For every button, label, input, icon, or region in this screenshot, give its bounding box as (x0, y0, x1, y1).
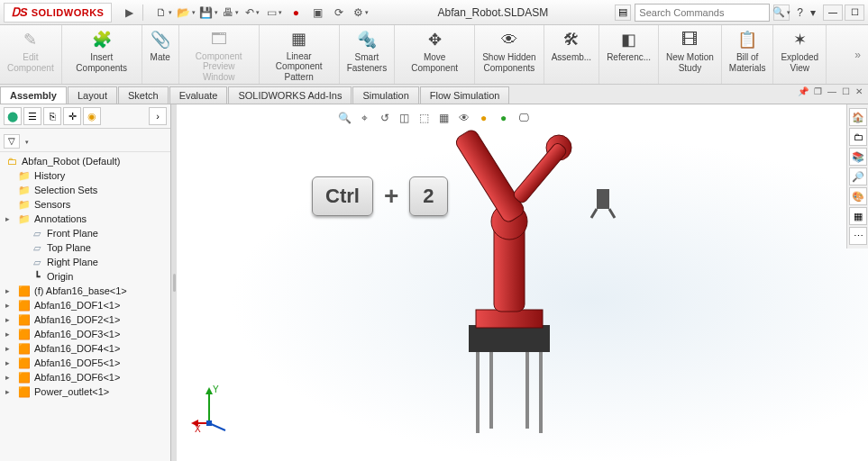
configuration-tab-icon[interactable]: ⎘ (43, 107, 61, 125)
expand-icon[interactable]: ▸ (5, 358, 14, 367)
expand-icon[interactable]: ▸ (5, 387, 14, 396)
doc-maximize-icon[interactable]: ☐ (842, 86, 850, 96)
tree-row[interactable]: 📁Selection Sets (0, 183, 170, 197)
open-file-icon[interactable]: 📂▾ (176, 4, 196, 22)
edit-appearance-icon[interactable]: ● (476, 110, 492, 126)
expand-icon[interactable]: ▸ (5, 373, 14, 382)
view-settings-icon[interactable]: 🖵 (516, 110, 532, 126)
tab-assembly[interactable]: Assembly (0, 86, 67, 104)
move-component-button[interactable]: ✥ Move Component (395, 25, 475, 84)
component-preview-button[interactable]: 🗔 Component Preview Window (179, 25, 260, 84)
edit-component-button[interactable]: ✎ Edit Component (0, 25, 62, 84)
expand-icon[interactable]: ▸ (5, 330, 14, 339)
new-motion-study-button[interactable]: 🎞 New Motion Study (659, 25, 722, 84)
section-view-icon[interactable]: ◫ (397, 110, 413, 126)
tree-row[interactable]: ▸🟧(f) Abfan16_base<1> (0, 284, 170, 298)
part-icon: 🟧 (18, 385, 31, 398)
tab-layout[interactable]: Layout (68, 86, 117, 104)
hide-show-icon[interactable]: 👁 (456, 110, 472, 126)
save-icon[interactable]: 💾▾ (198, 4, 219, 22)
expand-icon[interactable]: ▸ (5, 344, 14, 353)
expand-icon[interactable]: ▸ (5, 315, 14, 324)
taskpane-resources-icon[interactable]: 🗀 (849, 128, 867, 146)
smart-fasteners-icon: 🔩 (356, 29, 378, 50)
tree-row[interactable]: ▸📁Annotations (0, 212, 170, 226)
ribbon-overflow[interactable]: » (827, 25, 868, 84)
taskpane-custom-icon[interactable]: ⋯ (849, 227, 867, 245)
mate-button[interactable]: 📎 Mate (142, 25, 179, 84)
tree-row[interactable]: ▸🟧Abfan16_DOF4<1> (0, 341, 170, 356)
doc-close-icon[interactable]: ✕ (855, 86, 863, 96)
print-icon[interactable]: 🖶▾ (221, 4, 241, 22)
tab-sketch[interactable]: Sketch (118, 86, 169, 104)
maximize-button[interactable]: ☐ (845, 5, 864, 21)
minimize-button[interactable]: — (823, 5, 843, 21)
graphics-viewport[interactable]: Ctrl + 2 (177, 104, 868, 461)
tree-row[interactable]: ▸🟧Abfan16_DOF2<1> (0, 312, 170, 327)
tree-row[interactable]: ▱Top Plane (0, 240, 170, 255)
reference-geometry-button[interactable]: ◧ Referenc... (599, 25, 659, 84)
tree-row[interactable]: ▱Right Plane (0, 255, 170, 269)
previous-view-icon[interactable]: ↺ (377, 110, 393, 126)
exploded-view-button[interactable]: ✶ Exploded View (773, 25, 827, 84)
tab-addins[interactable]: SOLIDWORKS Add-Ins (228, 86, 352, 104)
tree-row[interactable]: 📁Sensors (0, 197, 170, 212)
taskpane-appearances-icon[interactable]: ▦ (849, 207, 867, 225)
feature-tree-tab-icon[interactable]: ⬤ (4, 107, 22, 125)
doc-pin-icon[interactable]: 📌 (798, 86, 809, 96)
display-style-icon[interactable]: ▦ (436, 110, 452, 126)
property-manager-tab-icon[interactable]: ☰ (23, 107, 41, 125)
filter-icon[interactable]: ▽ (4, 134, 20, 149)
doc-minimize-icon[interactable]: — (827, 86, 836, 96)
zoom-fit-icon[interactable]: 🔍 (337, 110, 353, 126)
help-button[interactable]: ? (797, 6, 803, 19)
feature-tree[interactable]: 🗀 Abfan_Robot (Default) 📁History📁Selecti… (0, 152, 170, 461)
smart-fasteners-button[interactable]: 🔩 Smart Fasteners (340, 25, 395, 84)
tree-row[interactable]: ▸🟧Abfan16_DOF6<1> (0, 370, 170, 384)
apply-scene-icon[interactable]: ● (496, 110, 512, 126)
expand-icon[interactable]: ▸ (5, 286, 14, 295)
tree-row[interactable]: ▸🟧Power_outlet<1> (0, 384, 170, 399)
search-book-icon[interactable]: ▤ (615, 5, 631, 21)
key-plus: + (384, 182, 398, 211)
expand-icon[interactable]: ▸ (5, 214, 14, 223)
search-input[interactable] (635, 4, 770, 22)
taskpane-home-icon[interactable]: 🏠 (849, 108, 867, 126)
record-icon[interactable]: ● (286, 4, 306, 22)
tree-row[interactable]: ▸🟧Abfan16_DOF1<1> (0, 298, 170, 312)
stop-icon[interactable]: ▣ (307, 4, 327, 22)
filter-dropdown-icon[interactable]: ▾ (25, 139, 29, 145)
view-orientation-icon[interactable]: ⬚ (416, 110, 433, 126)
doc-restore-icon[interactable]: ❐ (814, 86, 822, 96)
tree-row[interactable]: ▸🟧Abfan16_DOF3<1> (0, 327, 170, 341)
select-icon[interactable]: ▭▾ (264, 4, 284, 22)
expand-icon[interactable]: ▸ (5, 301, 14, 310)
undo-icon[interactable]: ↶▾ (242, 4, 262, 22)
tab-simulation[interactable]: Simulation (352, 86, 418, 104)
search-icon[interactable]: 🔍▾ (773, 5, 790, 21)
tree-root[interactable]: 🗀 Abfan_Robot (Default) (0, 154, 170, 168)
tree-row[interactable]: ▱Front Plane (0, 226, 170, 240)
options-icon[interactable]: ⚙▾ (351, 4, 370, 22)
insert-components-button[interactable]: 🧩 Insert Components (62, 25, 142, 84)
show-hidden-button[interactable]: 👁 Show Hidden Components (475, 25, 544, 84)
new-file-icon[interactable]: 🗋▾ (154, 4, 174, 22)
tree-row[interactable]: 📁History (0, 168, 170, 183)
display-manager-tab-icon[interactable]: ◉ (83, 107, 101, 125)
linear-pattern-button[interactable]: ▦ Linear Component Pattern (260, 25, 340, 84)
bom-button[interactable]: 📋 Bill of Materials (722, 25, 774, 84)
rebuild-icon[interactable]: ⟳ (329, 4, 349, 22)
tab-evaluate[interactable]: Evaluate (169, 86, 228, 104)
taskpane-view-palette-icon[interactable]: 🎨 (849, 187, 867, 205)
help-dropdown[interactable]: ▾ (810, 6, 816, 19)
assembly-features-button[interactable]: 🛠 Assemb... (544, 25, 599, 84)
play-icon[interactable]: ▶ (119, 4, 139, 22)
pane-overflow-icon[interactable]: › (149, 107, 167, 125)
dimxpert-tab-icon[interactable]: ✛ (63, 107, 81, 125)
tree-row[interactable]: ▸🟧Abfan16_DOF5<1> (0, 356, 170, 370)
taskpane-explorer-icon[interactable]: 🔎 (849, 167, 867, 185)
tab-flow-simulation[interactable]: Flow Simulation (420, 86, 510, 104)
tree-row[interactable]: ┗Origin (0, 269, 170, 284)
zoom-area-icon[interactable]: ⌖ (357, 110, 373, 126)
taskpane-library-icon[interactable]: 📚 (849, 148, 867, 166)
